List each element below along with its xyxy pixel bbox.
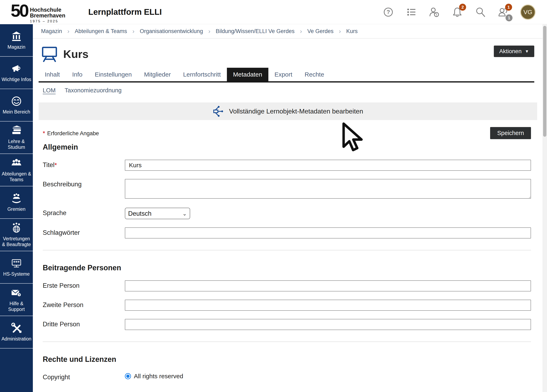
sidebar-filler [0, 349, 33, 392]
description-label: Beschreibung [43, 179, 125, 188]
required-note: *Erforderliche Angabe [43, 130, 99, 137]
main-content: Magazin › Abteilungen & Teams › Organisa… [33, 24, 542, 392]
tools-icon [10, 322, 22, 334]
breadcrumb-item[interactable]: Magazin [41, 28, 62, 34]
keywords-input[interactable] [125, 227, 531, 238]
section-heading-contributors: Beitragende Personen [43, 264, 531, 272]
university-logo[interactable]: 50 Hochschule Bremerhaven 1975 – 2025 [0, 1, 86, 23]
breadcrumb: Magazin › Abteilungen & Teams › Organisa… [33, 24, 542, 39]
page-title: Kurs [63, 48, 89, 60]
contacts-badge-bottom: 1 [506, 14, 513, 21]
breadcrumb-item[interactable]: Ve Gerdes [307, 28, 334, 34]
language-select[interactable]: Deutsch [125, 208, 190, 219]
copyright-radio-dot [126, 375, 130, 378]
sidebar-item-lehre-studium[interactable]: Lehre & Studium [0, 122, 33, 154]
sidebar-item-hilfe-support[interactable]: ? Hilfe & Support [0, 284, 33, 316]
description-textarea[interactable] [125, 179, 531, 199]
sidebar-item-label: Administration [1, 336, 31, 342]
keywords-label: Schlagwörter [43, 227, 125, 237]
sidebar-item-magazin[interactable]: Magazin [0, 24, 33, 57]
save-button[interactable]: Speichern [490, 127, 531, 139]
section-heading-general: Allgemein [43, 143, 531, 151]
search-icon[interactable] [474, 6, 486, 18]
monitor-icon: *** [10, 257, 22, 269]
sidebar-item-label: Wichtige Infos [2, 77, 31, 82]
edit-full-metadata-bar[interactable]: Vollständige Lernobjekt-Metadaten bearbe… [39, 102, 537, 120]
tab-lernfortschritt[interactable]: Lernfortschritt [177, 68, 227, 81]
metadata-form: *Erforderliche Angabe Speichern Allgemei… [33, 127, 542, 381]
sidebar-item-label: Abteilungen & Teams [1, 171, 32, 182]
breadcrumb-item[interactable]: Organisationsentwicklung [140, 28, 203, 34]
tab-export[interactable]: Export [268, 68, 299, 81]
scrollbar-thumb[interactable] [543, 26, 546, 137]
logo-years: 1975 – 2025 [30, 19, 66, 23]
tab-rechte[interactable]: Rechte [299, 68, 330, 81]
title-input[interactable] [125, 160, 531, 171]
sidebar-item-wichtige-infos[interactable]: Wichtige Infos [0, 57, 33, 89]
breadcrumb-separator: › [67, 28, 69, 35]
logo-line1: Hochschule [30, 7, 66, 13]
sidebar-item-hs-systeme[interactable]: *** HS-Systeme [0, 251, 33, 284]
tab-inhalt[interactable]: Inhalt [39, 68, 66, 81]
svg-text:!: ! [436, 13, 437, 17]
sidebar-item-gremien[interactable]: Gremien [0, 186, 33, 219]
sidebar-item-label: Lehre & Studium [1, 139, 32, 150]
chevron-down-icon: ▼ [525, 49, 529, 53]
committee-icon [10, 193, 22, 204]
subtab-taxonomiezuordnung[interactable]: Taxonomiezuordnung [65, 87, 122, 94]
breadcrumb-item[interactable]: Bildung/Wissen/ELLI Ve Gerdes [216, 28, 294, 34]
required-marker: * [43, 130, 45, 136]
second-person-label: Zweite Person [43, 300, 125, 309]
edit-full-metadata-label: Vollständige Lernobjekt-Metadaten bearbe… [229, 108, 363, 115]
title-label: Titel* [43, 160, 125, 169]
breadcrumb-item[interactable]: Kurs [346, 28, 358, 34]
actions-button-label: Aktionen [499, 48, 521, 54]
section-heading-rights: Rechte und Lizenzen [43, 355, 531, 364]
list-icon[interactable] [405, 6, 417, 18]
svg-text:***: *** [13, 260, 20, 265]
copyright-label: Copyright [43, 372, 125, 381]
first-person-label: Erste Person [43, 280, 125, 289]
copyright-radio[interactable] [125, 373, 131, 379]
actions-button[interactable]: Aktionen ▼ [494, 46, 534, 57]
tab-mitglieder[interactable]: Mitglieder [138, 68, 177, 81]
tab-metadaten[interactable]: Metadaten [227, 68, 268, 81]
logo-line2: Bremerhaven [30, 13, 66, 19]
books-icon [10, 125, 22, 137]
svg-text:?: ? [387, 9, 390, 15]
language-label: Sprache [43, 208, 125, 217]
section-divider [43, 342, 531, 342]
breadcrumb-item[interactable]: Abteilungen & Teams [75, 28, 127, 34]
sidebar-item-mein-bereich[interactable]: Mein Bereich [0, 89, 33, 122]
third-person-input[interactable] [125, 319, 531, 330]
mail-question-icon: ? [10, 287, 22, 299]
first-person-input[interactable] [125, 280, 531, 291]
subtab-lom[interactable]: LOM [43, 87, 56, 94]
scrollbar-track[interactable] [542, 24, 547, 392]
bank-icon [10, 30, 22, 42]
sidebar-item-label: Hilfe & Support [1, 301, 32, 312]
avatar[interactable]: VG [520, 5, 535, 20]
top-header: 50 Hochschule Bremerhaven 1975 – 2025 Le… [0, 0, 547, 24]
user-alert-icon[interactable]: ! [428, 6, 440, 18]
sidebar-item-label: Gremien [7, 206, 26, 212]
tab-einstellungen[interactable]: Einstellungen [89, 68, 138, 81]
group-icon [10, 157, 22, 169]
subtab-bar: LOM Taxonomiezuordnung [33, 82, 542, 98]
contacts-icon[interactable]: 1 1 [497, 6, 509, 18]
tab-bar: Inhalt Info Einstellungen Mitglieder Ler… [39, 68, 534, 82]
required-note-text: Erforderliche Angabe [47, 130, 99, 136]
help-icon[interactable]: ? [382, 6, 394, 18]
copyright-option-label: All rights reserved [134, 373, 183, 380]
tab-info[interactable]: Info [66, 68, 89, 81]
breadcrumb-separator: › [339, 28, 341, 35]
second-person-input[interactable] [125, 300, 531, 311]
sidebar-item-label: Magazin [8, 44, 26, 50]
sidebar-item-abteilungen-teams[interactable]: Abteilungen & Teams [0, 154, 33, 186]
sidebar-item-label: HS-Systeme [3, 271, 30, 277]
bell-icon[interactable]: 2 [451, 6, 463, 18]
main-sidebar: Magazin Wichtige Infos Mein Bereich Lehr… [0, 24, 33, 392]
sidebar-item-vertretungen-beauftragte[interactable]: Vertretungen & Beauftragte [0, 219, 33, 251]
course-board-icon [41, 46, 58, 62]
sidebar-item-administration[interactable]: Administration [0, 316, 33, 349]
